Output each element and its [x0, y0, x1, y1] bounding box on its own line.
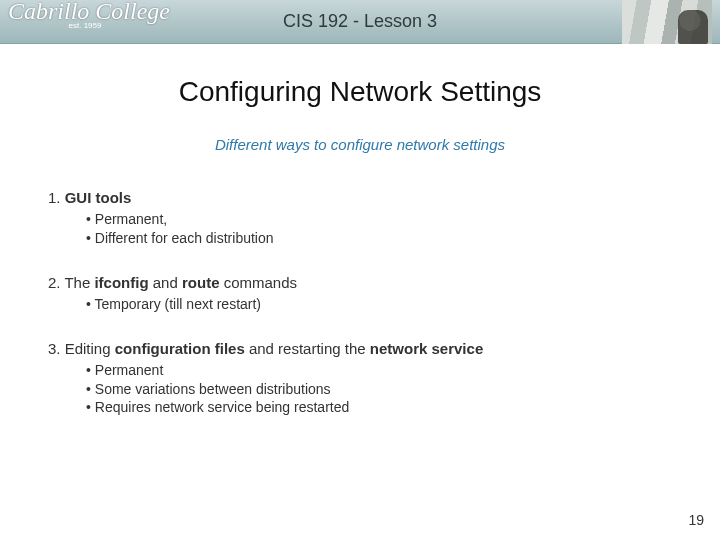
- sub-list: Permanent Some variations between distri…: [48, 361, 672, 418]
- college-logo: Cabrillo College est. 1959: [0, 0, 170, 44]
- sub-list: Temporary (till next restart): [48, 295, 672, 314]
- header-banner: Cabrillo College est. 1959 CIS 192 - Les…: [0, 0, 720, 44]
- sub-item: Temporary (till next restart): [86, 295, 672, 314]
- item-number: 2.: [48, 274, 61, 291]
- page-title: Configuring Network Settings: [48, 76, 672, 108]
- item-heading: GUI tools: [65, 189, 132, 206]
- item-heading: Editing configuration files and restarti…: [65, 340, 484, 357]
- item-number: 1.: [48, 189, 61, 206]
- sub-item: Permanent: [86, 361, 672, 380]
- item-heading: The ifconfig and route commands: [64, 274, 297, 291]
- list-item: 1. GUI tools Permanent, Different for ea…: [48, 189, 672, 248]
- slide: Cabrillo College est. 1959 CIS 192 - Les…: [0, 0, 720, 540]
- sub-item: Requires network service being restarted: [86, 398, 672, 417]
- content-area: Configuring Network Settings Different w…: [0, 44, 720, 417]
- list-item: 2. The ifconfig and route commands Tempo…: [48, 274, 672, 314]
- sub-item: Permanent,: [86, 210, 672, 229]
- item-number: 3.: [48, 340, 61, 357]
- sub-item: Different for each distribution: [86, 229, 672, 248]
- subtitle: Different ways to configure network sett…: [48, 136, 672, 153]
- banner-photo: [622, 0, 712, 44]
- sub-item: Some variations between distributions: [86, 380, 672, 399]
- list-item: 3. Editing configuration files and resta…: [48, 340, 672, 418]
- sub-list: Permanent, Different for each distributi…: [48, 210, 672, 248]
- page-number: 19: [688, 512, 704, 528]
- methods-list: 1. GUI tools Permanent, Different for ea…: [48, 189, 672, 417]
